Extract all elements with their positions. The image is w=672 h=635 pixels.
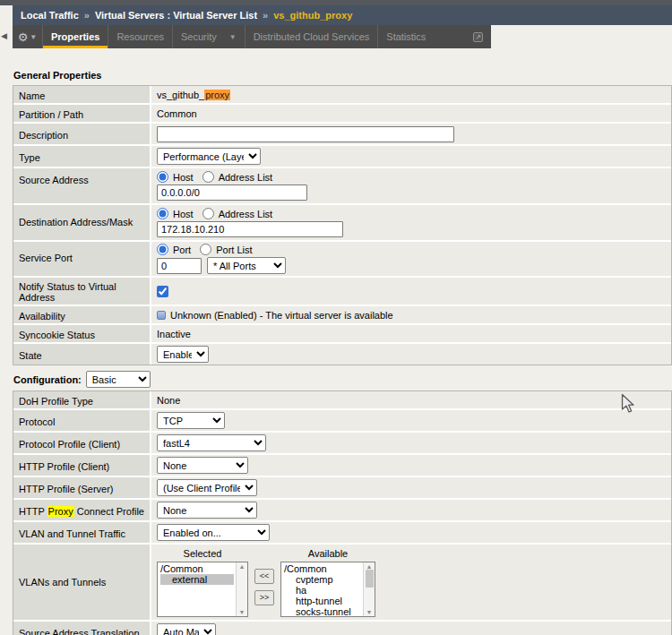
row-label: Description [13,124,151,144]
scroll-down-icon: ▼ [366,609,373,615]
scrollbar[interactable]: ▲▼ [236,562,247,616]
row-label: Destination Address/Mask [13,205,151,240]
http-proxy-connect-select[interactable]: None [157,502,257,519]
row-label: HTTP Proxy Connect Profile [13,500,151,520]
available-list-header: Available [280,548,375,562]
tab-label: Properties [51,31,99,42]
syncookie-value: Inactive [157,329,666,339]
breadcrumb: Local Traffic » Virtual Servers : Virtua… [13,5,672,25]
source-address-translation-select[interactable]: Auto Map [157,623,216,635]
tab-label: Security [181,31,217,42]
tab-security[interactable]: Security ▼ [173,25,246,48]
row-source-address-translation: Source Address Translation Auto Map [13,622,671,635]
notify-status-checkbox[interactable] [157,286,168,297]
available-listbox[interactable]: /Common cvptemp ha http-tunnel socks-tun… [280,562,375,617]
row-http-profile-server: HTTP Profile (Server) (Use Client Profil… [13,477,671,500]
row-vlan-tunnel-traffic: VLAN and Tunnel Traffic Enabled on... [13,522,671,545]
list-item[interactable]: socks-tunnel [284,606,361,617]
row-label: Partition / Path [13,105,151,122]
radio-label: Address List [219,172,273,183]
radio-label: Host [173,172,194,183]
configuration-mode-select[interactable]: Basic [86,371,151,388]
row-source-address: Source Address Host Address List [13,168,671,205]
row-label: Service Port [13,242,151,276]
row-type: Type Performance (Layer 4) [13,146,671,168]
collapse-panel-icon[interactable]: ◀ [1,30,7,42]
configuration-header: Configuration: Basic [13,371,672,388]
tab-resources[interactable]: Resources [108,25,173,48]
row-label: Syncookie Status [13,325,151,342]
breadcrumb-level1[interactable]: Local Traffic [21,10,79,21]
row-protocol: Protocol TCP [13,410,671,433]
selected-list-header: Selected [157,548,248,562]
row-label: Source Address Translation [13,622,151,635]
state-select[interactable]: Enabled [157,346,209,363]
description-input[interactable] [157,126,454,142]
port-radio[interactable] [157,244,168,255]
row-label: VLAN and Tunnel Traffic [13,522,151,543]
list-item[interactable]: ha [284,585,361,596]
row-label: Type [13,146,151,167]
row-label: DoH Profile Type [13,391,151,408]
type-select[interactable]: Performance (Layer 4) [157,148,261,165]
row-description: Description [13,124,671,146]
row-label: Name [13,86,151,103]
chevron-down-icon: ▼ [30,33,37,41]
row-label: Source Address [13,168,151,203]
row-service-port: Service Port Port Port List * All Ports [13,242,671,278]
status-unknown-icon [157,311,166,320]
general-properties-table: Name vs_github_proxy Partition / Path Co… [13,85,672,365]
move-to-selected-button[interactable]: << [254,569,274,584]
destination-address-list-radio[interactable] [202,208,214,219]
radio-label: Port [173,245,191,255]
protocol-select[interactable]: TCP [157,412,225,429]
source-address-input[interactable] [157,184,307,201]
list-group: /Common [160,563,234,574]
http-profile-client-select[interactable]: None [157,457,248,474]
breadcrumb-level2[interactable]: Virtual Servers : Virtual Server List [95,10,257,21]
tab-label: Resources [116,31,164,42]
source-host-radio[interactable] [157,171,168,183]
row-http-proxy-connect-profile: HTTP Proxy Connect Profile None [13,500,671,522]
row-syncookie-status: Syncookie Status Inactive [13,325,671,344]
tab-statistics[interactable]: Statistics ↗ [378,25,491,48]
list-item[interactable]: cvptemp [284,574,361,585]
breadcrumb-separator: » [263,10,268,21]
tab-distributed-cloud-services[interactable]: Distributed Cloud Services [246,25,379,48]
find-highlight: Proxy [47,506,74,517]
row-label: HTTP Profile (Client) [13,455,151,476]
row-vlans-and-tunnels: VLANs and Tunnels Selected /Common exter… [13,545,671,622]
tab-label: Statistics [386,31,426,42]
source-address-list-radio[interactable] [202,171,214,183]
gear-menu-button[interactable]: ⚙ ▼ [13,25,43,48]
port-input[interactable] [157,258,202,274]
configuration-table: DoH Profile Type None Protocol TCP Proto… [13,390,672,635]
row-protocol-profile-client: Protocol Profile (Client) fastL4 [13,433,671,455]
destination-address-input[interactable] [157,221,343,237]
row-label: Protocol [13,410,151,431]
name-value: vs_github_proxy [157,90,666,100]
scrollbar[interactable]: ▲▼ [363,562,375,616]
configuration-label: Configuration: [13,374,82,385]
list-group: /Common [284,563,361,574]
tab-bar: ⚙ ▼ Properties Resources Security ▼ Dist… [13,25,491,48]
section-title-general-properties: General Properties [13,70,672,81]
tab-properties[interactable]: Properties [43,25,108,48]
http-profile-server-select[interactable]: (Use Client Profile) [157,479,257,496]
port-select[interactable]: * All Ports [207,257,286,274]
port-list-radio[interactable] [200,244,211,255]
breadcrumb-current: vs_github_proxy [273,10,352,21]
popout-icon[interactable]: ↗ [473,32,483,42]
row-label: HTTP Profile (Server) [13,477,151,498]
scrollbar-thumb [366,570,374,588]
vlan-tunnel-traffic-select[interactable]: Enabled on... [157,524,270,541]
row-http-profile-client: HTTP Profile (Client) None [13,455,671,477]
row-name: Name vs_github_proxy [13,86,671,105]
selected-listbox[interactable]: /Common external ▲▼ [157,562,248,617]
destination-host-radio[interactable] [157,208,168,219]
move-to-available-button[interactable]: >> [254,590,274,605]
list-item[interactable]: http-tunnel [284,596,361,606]
protocol-profile-client-select[interactable]: fastL4 [157,434,266,451]
row-label: Availability [13,306,151,323]
list-item[interactable]: external [160,574,234,585]
